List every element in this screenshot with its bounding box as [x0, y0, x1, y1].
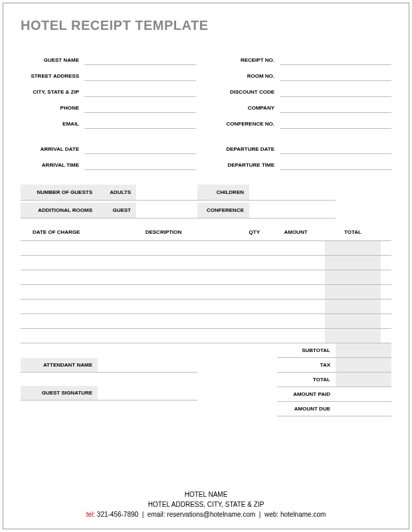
conference-rooms-label: CONFERENCE [197, 203, 249, 219]
subtotal-field[interactable] [336, 343, 391, 358]
qty-header: QTY [220, 229, 266, 235]
total-label: TOTAL [277, 373, 336, 387]
amount-header: AMOUNT [266, 229, 325, 235]
attendant-name-field[interactable] [98, 358, 197, 373]
footer-contact-line: tel: 321-456-7890 | email: reservations@… [3, 509, 409, 519]
receipt-column: RECEIPT NO. ROOM NO. DISCOUNT CODE COMPA… [216, 49, 391, 129]
children-field[interactable] [249, 185, 336, 201]
arrival-date-field[interactable] [84, 138, 196, 154]
amount-due-field[interactable] [336, 402, 391, 416]
email-label: EMAIL [21, 121, 84, 129]
amount-paid-field[interactable] [336, 387, 391, 402]
guest-signature-label: GUEST SIGNATURE [21, 386, 98, 400]
street-address-field[interactable] [84, 65, 196, 81]
amount-paid-label: AMOUNT PAID [277, 387, 336, 402]
footer-email-label: email: [148, 511, 165, 518]
company-label: COMPANY [216, 105, 280, 113]
charges-table: DATE OF CHARGE DESCRIPTION QTY AMOUNT TO… [21, 224, 391, 343]
table-row[interactable] [21, 314, 391, 329]
departure-date-label: DEPARTURE DATE [216, 146, 280, 154]
conference-no-field[interactable] [280, 113, 391, 129]
occupancy-row-1: NUMBER OF GUESTS ADULTS CHILDREN [21, 185, 391, 201]
departure-time-label: DEPARTURE TIME [216, 162, 280, 170]
table-row[interactable] [21, 300, 391, 314]
footer-tel: 321-456-7890 [97, 511, 138, 518]
room-no-field[interactable] [280, 65, 391, 81]
company-field[interactable] [280, 97, 391, 113]
adults-label: ADULTS [98, 185, 136, 201]
guest-column: GUEST NAME STREET ADDRESS CITY, STATE & … [21, 49, 196, 129]
guest-signature-field[interactable] [98, 386, 197, 400]
table-row[interactable] [21, 270, 391, 285]
departure-date-field[interactable] [280, 138, 391, 154]
footer-hotel-name: HOTEL NAME [3, 489, 409, 499]
footer-tel-label: tel: [86, 511, 95, 518]
total-field[interactable] [336, 373, 391, 387]
footer-hotel-address: HOTEL ADDRESS, CITY, STATE & ZIP [3, 499, 409, 509]
description-header: DESCRIPTION [107, 229, 220, 235]
conference-no-label: CONFERENCE NO. [216, 121, 280, 129]
children-label: CHILDREN [197, 185, 249, 201]
charges-header: DATE OF CHARGE DESCRIPTION QTY AMOUNT TO… [21, 224, 391, 241]
departure-time-field[interactable] [280, 154, 391, 170]
arrival-date-label: ARRIVAL DATE [21, 146, 84, 154]
discount-code-field[interactable] [280, 81, 391, 97]
discount-code-label: DISCOUNT CODE [216, 89, 280, 97]
date-of-charge-header: DATE OF CHARGE [21, 229, 107, 235]
email-field[interactable] [84, 113, 196, 129]
dates-section: ARRIVAL DATE ARRIVAL TIME DEPARTURE DATE… [21, 138, 391, 170]
adults-field[interactable] [136, 185, 197, 201]
room-no-label: ROOM NO. [216, 73, 280, 81]
table-row[interactable] [21, 241, 391, 256]
table-row[interactable] [21, 256, 391, 270]
subtotal-label: SUBTOTAL [277, 343, 336, 358]
table-row[interactable] [21, 329, 391, 343]
tax-field[interactable] [336, 358, 391, 373]
phone-label: PHONE [21, 105, 84, 113]
footer-web: hotelname.com [280, 511, 326, 518]
guest-name-field[interactable] [84, 49, 196, 65]
occupancy-row-2: ADDITIONAL ROOMS GUEST CONFERENCE [21, 203, 391, 219]
info-section: GUEST NAME STREET ADDRESS CITY, STATE & … [21, 49, 391, 129]
arrival-time-label: ARRIVAL TIME [21, 162, 84, 170]
street-address-label: STREET ADDRESS [21, 73, 84, 81]
total-header: TOTAL [325, 229, 381, 235]
page-title: HOTEL RECEIPT TEMPLATE [21, 18, 391, 33]
additional-rooms-label: ADDITIONAL ROOMS [21, 203, 98, 219]
number-of-guests-label: NUMBER OF GUESTS [21, 185, 98, 201]
city-state-zip-field[interactable] [84, 81, 196, 97]
phone-field[interactable] [84, 97, 196, 113]
receipt-page: HOTEL RECEIPT TEMPLATE GUEST NAME STREET… [3, 3, 409, 529]
conference-rooms-field[interactable] [249, 203, 336, 219]
attendant-name-label: ATTENDANT NAME [21, 358, 98, 373]
city-state-zip-label: CITY, STATE & ZIP [21, 89, 84, 97]
table-row[interactable] [21, 285, 391, 300]
receipt-no-label: RECEIPT NO. [216, 57, 280, 65]
guest-name-label: GUEST NAME [21, 57, 84, 65]
footer: HOTEL NAME HOTEL ADDRESS, CITY, STATE & … [3, 489, 409, 519]
guest-rooms-field[interactable] [136, 203, 197, 219]
guest-rooms-label: GUEST [98, 203, 136, 219]
footer-web-label: web: [264, 511, 278, 518]
amount-due-label: AMOUNT DUE [277, 402, 336, 416]
tax-label: TAX [277, 358, 336, 373]
receipt-no-field[interactable] [280, 49, 391, 65]
arrival-time-field[interactable] [84, 154, 196, 170]
footer-email: reservations@hotelname.com [167, 511, 255, 518]
